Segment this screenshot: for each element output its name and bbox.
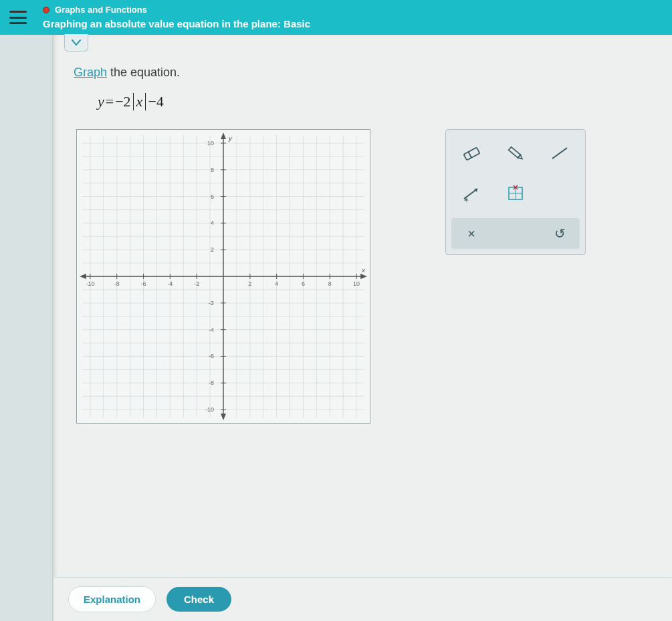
svg-text:6: 6 (302, 280, 305, 287)
explanation-button[interactable]: Explanation (68, 586, 156, 612)
svg-text:y: y (228, 135, 233, 142)
svg-text:8: 8 (211, 167, 214, 173)
svg-marker-66 (80, 274, 86, 279)
svg-text:-8: -8 (209, 379, 214, 386)
menu-icon[interactable] (9, 11, 27, 24)
grid-snap-tool[interactable] (495, 175, 536, 211)
svg-text:-10: -10 (86, 280, 94, 287)
svg-text:-2: -2 (209, 300, 214, 306)
svg-rect-90 (463, 147, 479, 160)
svg-marker-93 (518, 155, 523, 160)
svg-marker-67 (360, 274, 367, 279)
undo-button[interactable]: ↺ (546, 222, 573, 245)
line-icon (548, 144, 571, 163)
eraser-icon (460, 144, 483, 163)
svg-text:-4: -4 (209, 327, 214, 333)
line-tool[interactable] (540, 135, 580, 171)
record-dot-icon (43, 7, 49, 13)
svg-text:✶: ✶ (463, 196, 469, 203)
coordinate-plane[interactable]: y x -10-8-6-4-2246810-10-8-6-4-2246810 (76, 129, 370, 424)
svg-text:8: 8 (328, 280, 332, 287)
svg-text:10: 10 (353, 280, 360, 287)
prompt-rest: the equation. (107, 66, 180, 79)
empty-tool-slot (540, 175, 580, 211)
tool-palette: ✶ × ↺ (445, 129, 586, 255)
graph-link[interactable]: Graph (74, 66, 107, 79)
graph-area: y x -10-8-6-4-2246810-10-8-6-4-2246810 ✶ (76, 129, 652, 424)
close-icon: × (467, 226, 475, 242)
svg-text:4: 4 (275, 280, 278, 287)
prompt-text: Graph the equation. (74, 66, 652, 80)
ray-tool[interactable]: ✶ (451, 175, 491, 211)
svg-text:-8: -8 (114, 280, 120, 287)
grid-snap-icon (506, 184, 526, 203)
top-bar: Graphs and Functions Graphing an absolut… (0, 0, 672, 35)
ray-icon: ✶ (460, 184, 483, 203)
clear-button[interactable]: × (458, 222, 485, 245)
svg-text:2: 2 (211, 246, 214, 253)
tool-action-row: × ↺ (451, 218, 580, 249)
category-label: Graphs and Functions (55, 5, 147, 16)
check-button[interactable]: Check (166, 587, 231, 612)
chevron-down-icon (72, 39, 81, 46)
eq-tail: −4 (148, 93, 163, 110)
collapse-toggle[interactable] (64, 34, 88, 52)
svg-text:-6: -6 (141, 280, 146, 287)
svg-marker-64 (221, 132, 226, 139)
eq-lhs: y (98, 93, 104, 110)
eq-coef: −2 (115, 93, 130, 110)
content-card: Graph the equation. y = −2 x −4 y x -10-… (52, 35, 672, 621)
svg-text:x: x (361, 266, 366, 274)
pencil-icon (504, 144, 527, 163)
grid-svg: y x -10-8-6-4-2246810-10-8-6-4-2246810 (77, 130, 370, 423)
svg-line-94 (552, 148, 567, 159)
lesson-title: Graphing an absolute value equation in t… (43, 17, 310, 31)
svg-text:10: 10 (207, 140, 214, 147)
bottom-bar: Explanation Check (53, 577, 672, 621)
svg-text:-4: -4 (167, 280, 173, 287)
pencil-tool[interactable] (495, 135, 536, 171)
svg-text:6: 6 (211, 193, 214, 200)
undo-icon: ↺ (554, 226, 566, 242)
eq-var: x (136, 93, 143, 110)
svg-text:-10: -10 (205, 406, 214, 413)
eq-sign: = (106, 93, 114, 110)
eraser-tool[interactable] (451, 135, 491, 171)
svg-line-91 (468, 152, 471, 158)
equation: y = −2 x −4 (98, 93, 652, 110)
svg-text:4: 4 (211, 219, 214, 226)
svg-text:2: 2 (248, 280, 251, 287)
svg-text:-6: -6 (209, 353, 214, 359)
header-labels: Graphs and Functions Graphing an absolut… (43, 5, 310, 30)
abs-bars: x (133, 93, 146, 110)
svg-marker-65 (221, 414, 226, 420)
svg-text:-2: -2 (194, 280, 199, 287)
